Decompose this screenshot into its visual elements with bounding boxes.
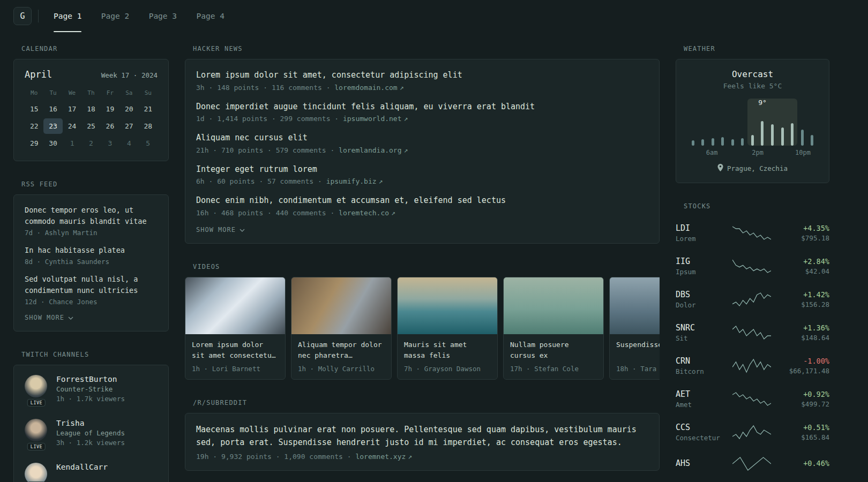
calendar-day-next-month: 2 [81, 135, 100, 151]
stock-sparkline [729, 358, 774, 374]
tab-page-1[interactable]: Page 1 [46, 0, 89, 32]
video-body: Suspendisse diam 18h · Tara [610, 334, 660, 379]
stock-left: LDI Lorem [676, 223, 725, 243]
calendar-day: 19 [101, 101, 119, 117]
video-title: Nullam posuere cursus ex [510, 340, 597, 361]
hn-item: Donec imperdiet augue tincidunt felis al… [196, 101, 648, 123]
video-meta: 1h · Molly Carrillo [298, 365, 385, 373]
subreddit-meta-text: 19h · 9,932 points · 1,090 comments · [196, 453, 355, 461]
external-link-icon: ↗ [408, 453, 412, 461]
stock-row[interactable]: AHS +0.46% [676, 449, 829, 479]
hn-show-more-button[interactable]: SHOW MORE [196, 226, 245, 234]
nav-divider [38, 10, 39, 22]
rss-show-more-label: SHOW MORE [25, 314, 64, 321]
stock-row[interactable]: CCS Consectetur +0.51% $165.84 [676, 416, 829, 449]
avatar [25, 419, 47, 441]
tab-page-3[interactable]: Page 3 [141, 0, 184, 32]
weather-time-label: 6am [706, 149, 718, 156]
stock-row[interactable]: AET Amet +0.92% $499.72 [676, 382, 829, 416]
hn-domain-link[interactable]: ipsumworld.net [343, 115, 402, 123]
video-meta: 18h · Tara [616, 365, 660, 373]
rss-section-title: RSS FEED [21, 180, 169, 188]
rss-item-title[interactable]: Donec tempor eros leo, ut commodo mauris… [25, 205, 158, 227]
stock-change: +0.92% [778, 390, 829, 398]
stock-right: +1.36% $148.64 [778, 323, 829, 342]
video-card[interactable]: Lorem ipsum dolor sit amet consectetu… 1… [185, 277, 286, 380]
app-logo[interactable]: G [13, 7, 32, 25]
subreddit-post-meta: 19h · 9,932 points · 1,090 comments · lo… [196, 453, 648, 461]
video-body: Nullam posuere cursus ex 17h · Stefan Co… [504, 334, 603, 379]
avatar [25, 463, 47, 482]
stock-name: Bitcorn [676, 367, 725, 375]
stock-symbol: IIG [676, 257, 725, 266]
video-title: Aliquam tempor dolor nec pharetra… [298, 340, 385, 361]
hn-domain-link[interactable]: loremdomain.com [334, 84, 397, 92]
weather-feels-like: Feels like 5°C [687, 82, 818, 90]
channel-name[interactable]: ForrestBurton [56, 375, 125, 383]
subreddit-domain-link[interactable]: loremnet.xyz [355, 453, 406, 461]
channel-info: ForrestBurton Counter-Strike 1h · 1.7k v… [56, 375, 125, 403]
video-body: Lorem ipsum dolor sit amet consectetu… 1… [185, 334, 285, 379]
hn-item-title[interactable]: Lorem ipsum dolor sit amet, consectetur … [196, 69, 648, 81]
hn-item-meta: 21h · 710 points · 579 comments · loreml… [196, 146, 648, 154]
rss-item-title[interactable]: In hac habitasse platea [25, 245, 158, 256]
stock-row[interactable]: CRN Bitcorn -1.00% $66,171.48 [676, 349, 829, 382]
calendar-day: 15 [25, 101, 43, 117]
rss-show-more-button[interactable]: SHOW MORE [25, 314, 73, 321]
tab-page-4[interactable]: Page 4 [189, 0, 231, 32]
video-card[interactable]: Mauris sit amet massa felis 7h · Grayson… [397, 277, 498, 380]
weather-time-label: 10pm [795, 149, 811, 156]
channel-category: League of Legends [56, 429, 125, 437]
hn-meta-text: 6h · 60 points · 57 comments · [196, 177, 326, 185]
calendar-day: 28 [139, 118, 158, 134]
center-column: HACKER NEWS Lorem ipsum dolor sit amet, … [185, 45, 660, 482]
stock-row[interactable]: IIG Ipsum +2.84% $42.04 [676, 250, 829, 283]
rss-item: Sed volutpat nulla nisl, a condimentum n… [25, 274, 158, 306]
twitch-channel[interactable]: LIVE KendallCarr [25, 463, 158, 482]
video-title: Mauris sit amet massa felis [404, 340, 491, 361]
external-link-icon: ↗ [400, 84, 404, 92]
rss-item-title[interactable]: Sed volutpat nulla nisl, a condimentum n… [25, 274, 158, 296]
video-card[interactable]: Nullam posuere cursus ex 17h · Stefan Co… [503, 277, 604, 380]
external-link-icon: ↗ [404, 115, 408, 123]
subreddit-post-title[interactable]: Maecenas mollis pulvinar erat non posuer… [196, 423, 648, 449]
external-link-icon: ↗ [404, 146, 408, 154]
calendar-day: 30 [43, 135, 62, 151]
video-thumbnail [610, 277, 660, 334]
stock-right: +2.84% $42.04 [778, 257, 829, 275]
rss-item: Donec tempor eros leo, ut commodo mauris… [25, 205, 158, 237]
hn-item-title[interactable]: Donec enim nibh, condimentum et accumsan… [196, 194, 648, 207]
twitch-channel[interactable]: LIVE ForrestBurton Counter-Strike 1h · 1… [25, 375, 158, 403]
tab-page-2[interactable]: Page 2 [94, 0, 137, 32]
twitch-card: LIVE ForrestBurton Counter-Strike 1h · 1… [13, 365, 169, 482]
hn-domain-link[interactable]: loremtech.co [339, 209, 389, 217]
hn-domain-link[interactable]: ipsumify.biz [326, 177, 377, 185]
weather-time-label: 2pm [752, 149, 764, 156]
stock-sparkline [729, 456, 774, 472]
video-card[interactable]: Suspendisse diam 18h · Tara [609, 277, 660, 380]
channel-info: KendallCarr [56, 463, 108, 482]
video-body: Mauris sit amet massa felis 7h · Grayson… [398, 334, 497, 379]
video-card[interactable]: Aliquam tempor dolor nec pharetra… 1h · … [291, 277, 392, 380]
hn-domain-link[interactable]: loremlandia.org [339, 146, 401, 154]
live-badge: LIVE [27, 399, 46, 406]
calendar-section-title: CALENDAR [21, 45, 169, 52]
avatar-wrap: LIVE [25, 375, 48, 403]
weather-times: 6am2pm10pm [688, 148, 817, 157]
calendar-header: April Week 17 · 2024 [25, 69, 158, 80]
hn-item-title[interactable]: Integer eget rutrum lorem [196, 163, 648, 176]
calendar-dow: Th [81, 86, 100, 100]
twitch-widget: TWITCH CHANNELS LIVE ForrestBurton Count… [13, 351, 169, 482]
stock-row[interactable]: SNRC Sit +1.36% $148.64 [676, 316, 829, 349]
stock-row[interactable]: DBS Dolor +1.42% $156.28 [676, 283, 829, 316]
stock-symbol: SNRC [676, 323, 725, 333]
stock-price: $42.04 [778, 267, 829, 275]
channel-name[interactable]: Trisha [56, 419, 125, 427]
hn-item-title[interactable]: Donec imperdiet augue tincidunt felis al… [196, 101, 648, 113]
stock-row[interactable]: LDI Lorem +4.35% $795.18 [676, 216, 829, 250]
stock-symbol: DBS [676, 290, 725, 299]
channel-name[interactable]: KendallCarr [56, 463, 108, 471]
twitch-channel[interactable]: LIVE Trisha League of Legends 3h · 1.2k … [25, 419, 158, 447]
weather-widget: WEATHER Overcast Feels like 5°C 9° 6am2p… [676, 45, 829, 183]
hn-item-title[interactable]: Aliquam nec cursus elit [196, 132, 648, 144]
